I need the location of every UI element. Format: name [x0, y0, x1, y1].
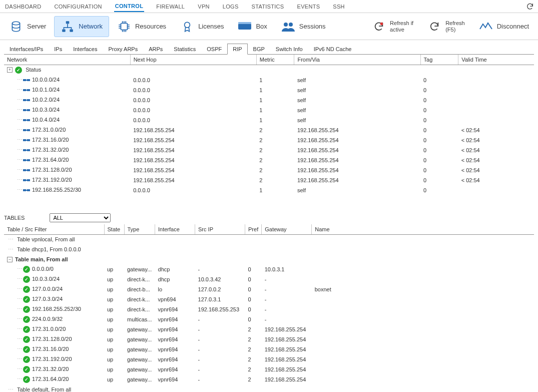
svg-rect-2	[62, 29, 66, 32]
cell-valid-time	[458, 185, 534, 195]
col-valid-time[interactable]: Valid Time	[458, 55, 534, 65]
cell-name	[312, 354, 534, 364]
svg-rect-1	[66, 21, 70, 24]
nav-tab-dashboard[interactable]: DASHBOARD	[4, 2, 42, 12]
nav-tab-events[interactable]: EVENTS	[296, 2, 321, 12]
table-row[interactable]: ⋯172.31.128.0/20192.168.255.2542192.168.…	[4, 165, 534, 175]
subtab-interfaces-ips[interactable]: Interfaces/IPs	[4, 44, 49, 54]
table-row[interactable]: ⋯10.0.4.0/240.0.0.01self0	[4, 115, 534, 125]
col-network[interactable]: Network	[4, 55, 130, 65]
group-default[interactable]: ⋯ Table default, From all	[4, 384, 534, 392]
network-node-icon	[23, 188, 30, 193]
table-row[interactable]: ⋯10.0.3.0/24updirect-k...dhcp10.0.3.420-	[4, 274, 534, 284]
table-row[interactable]: ⋯10.0.0.0/240.0.0.01self0	[4, 75, 534, 85]
network-node-icon	[23, 168, 30, 173]
subtab-interfaces[interactable]: Interfaces	[68, 44, 103, 54]
box-button[interactable]: Box	[232, 17, 273, 37]
network-node-icon	[23, 138, 30, 143]
table-row[interactable]: ⋯172.31.32.0/20upgateway...vpnr694-2192.…	[4, 364, 534, 374]
cell-valid-time: < 02:54	[458, 135, 534, 145]
refresh-if-active-button[interactable]: Refresh if active	[366, 17, 419, 37]
table-row[interactable]: ⋯127.0.3.0/24updirect-k...vpn694127.0.3.…	[4, 294, 534, 304]
server-button[interactable]: Server	[3, 17, 52, 37]
subtab-statistics[interactable]: Statistics	[168, 44, 201, 54]
table-row[interactable]: ⋯10.0.3.0/240.0.0.01self0	[4, 105, 534, 115]
col-table-src[interactable]: Table / Src Filter	[4, 224, 104, 235]
nav-tab-control[interactable]: CONTROL	[114, 1, 144, 12]
subtab-ips[interactable]: IPs	[49, 44, 68, 54]
col-state[interactable]: State	[104, 224, 124, 235]
tables-select[interactable]: ALL	[50, 213, 111, 222]
nav-tab-firewall[interactable]: FIREWALL	[155, 2, 186, 12]
subtab-switch-info[interactable]: Switch Info	[270, 44, 308, 54]
col-name[interactable]: Name	[312, 224, 534, 235]
nav-tab-configuration[interactable]: CONFIGURATION	[53, 2, 103, 12]
col-gateway[interactable]: Gateway	[262, 224, 312, 235]
table-row[interactable]: ⋯172.31.0.0/20192.168.255.2542192.168.25…	[4, 125, 534, 135]
rip-status-row[interactable]: + Status	[4, 65, 534, 75]
cell-next-hop: 192.168.255.254	[130, 155, 256, 165]
licenses-button[interactable]: Licenses	[174, 17, 230, 37]
table-row[interactable]: ⋯172.31.0.0/20upgateway...vpnr694-2192.1…	[4, 324, 534, 334]
table-row[interactable]: ⋯172.31.128.0/20upgateway...vpnr694-2192…	[4, 334, 534, 344]
col-from-via[interactable]: From/Via	[294, 55, 420, 65]
nav-tab-vpn[interactable]: VPN	[197, 2, 211, 12]
sessions-button[interactable]: Sessions	[275, 17, 332, 37]
resources-button[interactable]: Resources	[111, 17, 172, 37]
cell-name	[312, 334, 534, 344]
collapse-icon[interactable]: −	[7, 257, 13, 262]
cell-network: 192.168.255.252/30	[32, 187, 81, 193]
col-tag[interactable]: Tag	[420, 55, 458, 65]
table-row[interactable]: ⋯172.31.64.0/20upgateway...vpnr694-2192.…	[4, 374, 534, 384]
group-dhcp1[interactable]: ⋯ Table dhcp1, From 0.0.0.0	[4, 244, 534, 254]
col-src-ip[interactable]: Src IP	[195, 224, 245, 235]
table-row[interactable]: ⋯10.0.2.0/240.0.0.01self0	[4, 95, 534, 105]
disconnect-button[interactable]: Disconnect	[473, 17, 535, 37]
svg-rect-22	[26, 110, 28, 111]
table-row[interactable]: ⋯127.0.0.0/24updirect-b...lo127.0.0.20-b…	[4, 284, 534, 294]
subtab-proxy-arps[interactable]: Proxy ARPs	[103, 44, 143, 54]
col-interface[interactable]: Interface	[155, 224, 195, 235]
expand-icon[interactable]: +	[7, 67, 13, 73]
nav-tab-ssh[interactable]: SSH	[332, 2, 346, 12]
subtab-ipv6-nd-cache[interactable]: IPv6 ND Cache	[308, 44, 357, 54]
cell-interface: dhcp	[155, 264, 195, 274]
col-next-hop[interactable]: Next Hop	[130, 55, 256, 65]
subtab-arps[interactable]: ARPs	[143, 44, 168, 54]
cell-interface: vpnr694	[155, 374, 195, 384]
top-nav: DASHBOARDCONFIGURATIONCONTROLFIREWALLVPN…	[0, 0, 538, 13]
cell-metric: 1	[256, 75, 294, 85]
reload-icon[interactable]	[526, 3, 534, 11]
col-metric[interactable]: Metric	[256, 55, 294, 65]
network-button[interactable]: Network	[54, 16, 109, 37]
cell-next-hop: 0.0.0.0	[130, 75, 256, 85]
table-row[interactable]: ⋯172.31.32.0/20192.168.255.2542192.168.2…	[4, 145, 534, 155]
svg-rect-37	[26, 160, 28, 161]
cell-network: 10.0.1.0/24	[32, 87, 60, 93]
table-row[interactable]: ⋯172.31.16.0/20upgateway...vpnr694-2192.…	[4, 344, 534, 354]
cell-from-via: 192.168.255.254	[294, 145, 420, 155]
cell-valid-time: < 02:54	[458, 175, 534, 185]
table-row[interactable]: ⋯0.0.0.0/0upgateway...dhcp-010.0.3.1	[4, 264, 534, 274]
group-main[interactable]: − Table main, From all	[4, 254, 534, 264]
table-row[interactable]: ⋯10.0.1.0/240.0.0.01self0	[4, 85, 534, 95]
table-row[interactable]: ⋯192.168.255.252/300.0.0.01self0	[4, 185, 534, 195]
refresh-button[interactable]: Refresh (F5)	[421, 17, 471, 37]
group-vpnlocal[interactable]: ⋯ Table vpnlocal, From all	[4, 234, 534, 244]
table-row[interactable]: ⋯172.31.192.0/20upgateway...vpnr694-2192…	[4, 354, 534, 364]
cell-valid-time: < 02:54	[458, 125, 534, 135]
nav-tab-logs[interactable]: LOGS	[222, 2, 240, 12]
cell-network: 10.0.3.0/24	[32, 107, 60, 113]
table-row[interactable]: ⋯172.31.64.0/20192.168.255.2542192.168.2…	[4, 155, 534, 165]
table-row[interactable]: ⋯172.31.16.0/20192.168.255.2542192.168.2…	[4, 135, 534, 145]
table-row[interactable]: ⋯172.31.192.0/20192.168.255.2542192.168.…	[4, 175, 534, 185]
table-row[interactable]: ⋯224.0.0.9/32upmulticas...vpnr694-0-	[4, 314, 534, 324]
col-pref[interactable]: Pref	[245, 224, 262, 235]
table-row[interactable]: ⋯192.168.255.252/30updirect-k...vpnr6941…	[4, 304, 534, 314]
nav-tab-statistics[interactable]: STATISTICS	[251, 2, 285, 12]
subtab-ospf[interactable]: OSPF	[201, 44, 227, 54]
col-type[interactable]: Type	[124, 224, 155, 235]
subtab-bgp[interactable]: BGP	[248, 44, 270, 54]
subtab-rip[interactable]: RIP	[227, 44, 247, 55]
cell-pref: 0	[245, 274, 262, 284]
